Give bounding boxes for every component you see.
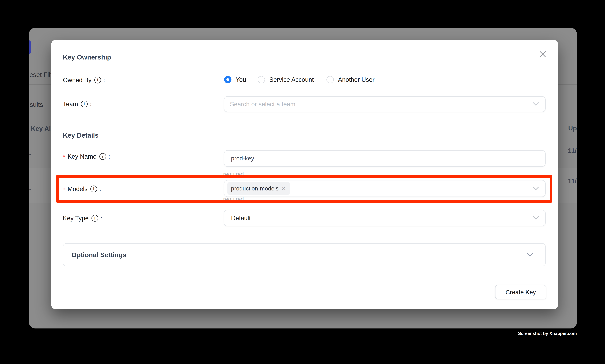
- info-icon[interactable]: [81, 101, 88, 107]
- key-details-title: Key Details: [63, 131, 99, 139]
- radio-another-user[interactable]: Another User: [326, 76, 374, 83]
- key-type-label-text: Key Type: [63, 215, 89, 222]
- close-button[interactable]: [539, 50, 547, 58]
- owned-by-label: Owned By :: [63, 76, 105, 84]
- chevron-down-icon: [527, 253, 533, 257]
- reset-filters-partial-text: eset Filt: [29, 71, 52, 79]
- models-select[interactable]: production-models ✕: [224, 180, 546, 197]
- label-colon: :: [90, 101, 92, 108]
- table-row-date: 11/: [568, 147, 577, 155]
- required-asterisk: *: [63, 154, 65, 161]
- radio-service-account-label: Service Account: [269, 76, 314, 83]
- modal-title: Key Ownership: [63, 53, 111, 61]
- models-label-text: Models: [67, 185, 88, 193]
- optional-settings-title: Optional Settings: [71, 251, 126, 259]
- key-type-select[interactable]: Default: [224, 210, 546, 226]
- info-icon[interactable]: [99, 153, 106, 160]
- required-asterisk: *: [63, 186, 65, 193]
- create-key-modal: Key Ownership Owned By : You Service Acc…: [51, 40, 558, 309]
- team-label: Team :: [63, 100, 92, 108]
- label-colon: :: [103, 77, 105, 84]
- tag-remove-icon[interactable]: ✕: [281, 185, 286, 192]
- watermark-text: Screenshot by Xnapper.com: [518, 331, 577, 336]
- close-icon: [539, 51, 546, 57]
- results-partial-text: sults: [30, 101, 43, 109]
- info-icon[interactable]: [91, 215, 98, 222]
- key-type-value: Default: [224, 215, 251, 222]
- info-icon[interactable]: [94, 77, 101, 83]
- create-key-button-label: Create Key: [505, 289, 536, 296]
- radio-another-user-label: Another User: [338, 76, 374, 83]
- radio-unselected-icon: [258, 76, 265, 83]
- models-required-error: required: [223, 196, 244, 202]
- chevron-down-icon: [533, 186, 539, 190]
- key-name-value: prod-key: [224, 155, 254, 162]
- radio-service-account[interactable]: Service Account: [258, 76, 314, 83]
- key-name-input[interactable]: prod-key: [224, 150, 546, 167]
- table-row-cell: -: [29, 150, 31, 158]
- models-label: * Models :: [63, 185, 101, 193]
- column-header-updated: Up: [568, 124, 577, 132]
- team-select-placeholder: Search or select a team: [224, 101, 296, 108]
- chevron-down-icon: [533, 102, 539, 106]
- radio-you[interactable]: You: [224, 76, 246, 83]
- create-key-button[interactable]: Create Key: [495, 285, 546, 299]
- key-type-label: Key Type :: [63, 214, 102, 222]
- key-name-label: * Key Name :: [63, 153, 110, 160]
- key-name-label-text: Key Name: [67, 153, 96, 160]
- owned-by-radio-group: You Service Account Another User: [224, 76, 374, 83]
- team-select[interactable]: Search or select a team: [224, 96, 546, 112]
- owned-by-label-text: Owned By: [63, 77, 91, 84]
- info-icon[interactable]: [90, 185, 97, 192]
- radio-you-label: You: [236, 76, 246, 83]
- radio-selected-icon: [224, 76, 232, 83]
- label-colon: :: [108, 153, 110, 160]
- background-button-fragment: [29, 40, 31, 54]
- team-label-text: Team: [63, 101, 78, 108]
- radio-unselected-icon: [326, 76, 334, 83]
- table-row-cell: -: [29, 185, 31, 193]
- key-name-required-error: required: [223, 171, 244, 177]
- model-tag: production-models ✕: [227, 182, 290, 195]
- optional-settings-header[interactable]: Optional Settings: [63, 243, 546, 266]
- chevron-down-icon: [533, 216, 539, 220]
- model-tag-label: production-models: [231, 185, 279, 192]
- table-row-date: 11/: [568, 177, 577, 185]
- screenshot-canvas: eset Filt sults Key Alia Up - 11/ - 11/ …: [0, 0, 605, 364]
- label-colon: :: [99, 185, 101, 193]
- label-colon: :: [101, 215, 102, 222]
